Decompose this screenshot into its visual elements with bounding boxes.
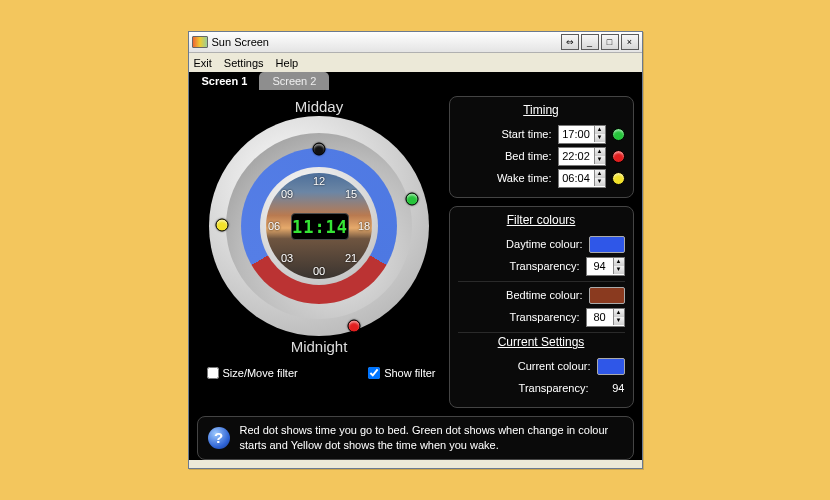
marker-start[interactable] (406, 193, 419, 206)
menu-settings[interactable]: Settings (224, 57, 264, 69)
hour-18: 18 (358, 220, 370, 232)
value-current-transp: 94 (595, 382, 625, 394)
client-area: Screen 1 Screen 2 Midday 12 15 18 21 00 (189, 72, 642, 460)
menu-exit[interactable]: Exit (194, 57, 212, 69)
digital-clock: 11:14 (291, 213, 349, 240)
label-start-time: Start time: (458, 128, 552, 140)
info-text: Red dot shows time you go to bed. Green … (240, 423, 623, 453)
check-sizemove-input[interactable] (207, 367, 219, 379)
hour-15: 15 (345, 188, 357, 200)
label-bedtime-transp: Transparency: (458, 311, 580, 323)
close-button[interactable]: × (621, 34, 639, 50)
led-wake (612, 172, 625, 185)
app-window: Sun Screen ⇔ _ □ × Exit Settings Help Sc… (188, 31, 643, 469)
spin-down[interactable]: ▼ (594, 156, 605, 164)
titlebar[interactable]: Sun Screen ⇔ _ □ × (189, 32, 642, 53)
spin-down[interactable]: ▼ (594, 134, 605, 142)
tab-screen2[interactable]: Screen 2 (259, 72, 329, 90)
restore-button[interactable]: ⇔ (561, 34, 579, 50)
menubar: Exit Settings Help (189, 53, 642, 72)
label-current-colour: Current colour: (458, 360, 591, 372)
time-dial[interactable]: 12 15 18 21 00 03 06 09 11:14 (209, 116, 429, 336)
minimize-button[interactable]: _ (581, 34, 599, 50)
field-start-time[interactable] (559, 128, 594, 140)
input-bed-time[interactable]: ▲▼ (558, 147, 606, 166)
field-bed-time[interactable] (559, 150, 594, 162)
hour-21: 21 (345, 252, 357, 264)
input-wake-time[interactable]: ▲▼ (558, 169, 606, 188)
info-icon: ? (208, 427, 230, 449)
check-sizemove-label: Size/Move filter (223, 367, 298, 379)
tabs: Screen 1 Screen 2 (189, 72, 642, 90)
maximize-button[interactable]: □ (601, 34, 619, 50)
field-daytime-transp[interactable] (587, 260, 613, 272)
swatch-bedtime[interactable] (589, 287, 625, 304)
led-start (612, 128, 625, 141)
marker-wake[interactable] (216, 219, 229, 232)
hour-12: 12 (313, 175, 325, 187)
menu-help[interactable]: Help (276, 57, 299, 69)
label-bed-time: Bed time: (458, 150, 552, 162)
label-current-transp: Transparency: (458, 382, 589, 394)
spin-down[interactable]: ▼ (613, 266, 624, 274)
label-wake-time: Wake time: (458, 172, 552, 184)
led-bed (612, 150, 625, 163)
hour-03: 03 (281, 252, 293, 264)
label-daytime-transp: Transparency: (458, 260, 580, 272)
panel-timing: Timing Start time: ▲▼ Bed time: ▲ (449, 96, 634, 198)
spin-up[interactable]: ▲ (594, 170, 605, 178)
panel-colours: Filter colours Daytime colour: Transpare… (449, 206, 634, 408)
label-midday: Midday (295, 96, 343, 116)
spin-up[interactable]: ▲ (594, 126, 605, 134)
heading-timing: Timing (458, 103, 625, 117)
hour-06: 06 (268, 220, 280, 232)
marker-top[interactable] (313, 143, 326, 156)
spin-up[interactable]: ▲ (613, 258, 624, 266)
dial-pane: Midday 12 15 18 21 00 03 06 09 11:14 (197, 96, 442, 408)
field-wake-time[interactable] (559, 172, 594, 184)
heading-colours: Filter colours (458, 213, 625, 227)
swatch-daytime[interactable] (589, 236, 625, 253)
label-midnight: Midnight (291, 336, 348, 356)
hour-00: 00 (313, 265, 325, 277)
label-daytime-colour: Daytime colour: (458, 238, 583, 250)
check-showfilter-input[interactable] (368, 367, 380, 379)
app-icon (192, 36, 208, 48)
info-bar: ? Red dot shows time you go to bed. Gree… (197, 416, 634, 460)
check-sizemove[interactable]: Size/Move filter (203, 364, 298, 382)
input-start-time[interactable]: ▲▼ (558, 125, 606, 144)
spin-up[interactable]: ▲ (613, 309, 624, 317)
input-bedtime-transp[interactable]: ▲▼ (586, 308, 625, 327)
heading-current: Current Settings (458, 335, 625, 349)
check-showfilter-label: Show filter (384, 367, 435, 379)
spin-down[interactable]: ▼ (613, 317, 624, 325)
label-bedtime-colour: Bedtime colour: (458, 289, 583, 301)
spin-down[interactable]: ▼ (594, 178, 605, 186)
check-showfilter[interactable]: Show filter (364, 364, 435, 382)
window-title: Sun Screen (212, 36, 269, 48)
input-daytime-transp[interactable]: ▲▼ (586, 257, 625, 276)
tab-screen1[interactable]: Screen 1 (189, 72, 261, 90)
spin-up[interactable]: ▲ (594, 148, 605, 156)
hour-09: 09 (281, 188, 293, 200)
field-bedtime-transp[interactable] (587, 311, 613, 323)
marker-bed[interactable] (348, 320, 361, 333)
swatch-current[interactable] (597, 358, 625, 375)
